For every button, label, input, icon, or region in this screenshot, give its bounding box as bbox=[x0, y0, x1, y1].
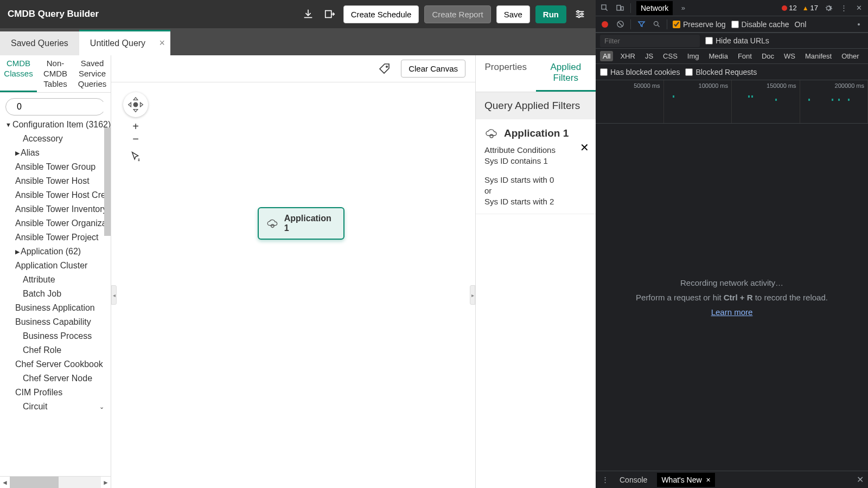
svg-point-1 bbox=[577, 11, 579, 13]
filter-type[interactable]: CSS bbox=[660, 51, 680, 61]
filter-type[interactable]: Doc bbox=[759, 51, 777, 61]
filter-type[interactable]: Other bbox=[839, 51, 862, 61]
canvas[interactable]: ◂ ▸ + − Application 1 bbox=[111, 82, 475, 488]
more-tabs-icon[interactable]: » bbox=[678, 3, 688, 13]
filter-type[interactable]: WS bbox=[781, 51, 798, 61]
sidebar-tab-cmdb-classes[interactable]: CMDB Classes bbox=[0, 55, 37, 92]
tag-icon[interactable] bbox=[378, 62, 391, 75]
zoom-in-button[interactable]: + bbox=[132, 120, 139, 133]
search-icon[interactable] bbox=[652, 20, 661, 29]
devtools-panel: Network » 12 ▲17 ⋮ ✕ Preserve log Disabl… bbox=[596, 0, 868, 488]
tree-item[interactable]: ▶Application (62) bbox=[0, 245, 111, 259]
collapse-left-icon[interactable]: ◂ bbox=[111, 285, 117, 305]
network-empty-state: Recording network activity… Perform a re… bbox=[596, 124, 868, 471]
tree-item[interactable]: Ansible Tower Inventory bbox=[0, 202, 111, 216]
kebab-menu-icon[interactable]: ⋮ bbox=[839, 3, 848, 13]
tree-item[interactable]: Ansible Tower Group bbox=[0, 160, 111, 174]
save-button[interactable]: Save bbox=[496, 5, 530, 23]
gear-icon[interactable] bbox=[824, 3, 833, 13]
sidebar-search[interactable] bbox=[5, 98, 105, 115]
tree-item[interactable]: Ansible Tower Project bbox=[0, 230, 111, 245]
tree-item[interactable]: Ansible Tower Host bbox=[0, 174, 111, 188]
tab-untitled-query[interactable]: Untitled Query × bbox=[79, 30, 170, 55]
record-icon[interactable] bbox=[600, 20, 610, 29]
filter-type[interactable]: Img bbox=[685, 51, 702, 61]
network-timeline[interactable]: 50000 ms 100000 ms 150000 ms 200000 ms bbox=[596, 80, 868, 124]
filter-type[interactable]: XHR bbox=[617, 51, 637, 61]
tree-item[interactable]: Chef Server Node bbox=[0, 371, 111, 386]
tree-item[interactable]: Circuit⌄ bbox=[0, 400, 111, 414]
clear-icon[interactable] bbox=[615, 20, 625, 29]
filter-type[interactable]: Media bbox=[706, 51, 730, 61]
query-tabstrip: Saved Queries Untitled Query × bbox=[0, 28, 596, 55]
scrollbar-thumb[interactable] bbox=[104, 127, 111, 236]
tree-item[interactable]: Application Cluster bbox=[0, 259, 111, 273]
close-filter-icon[interactable]: ✕ bbox=[580, 141, 589, 154]
left-sidebar: CMDB Classes Non-CMDB Tables Saved Servi… bbox=[0, 55, 111, 488]
search-input[interactable] bbox=[17, 102, 111, 112]
tree-item[interactable]: Chef Role bbox=[0, 343, 111, 357]
error-count[interactable]: 12 bbox=[782, 4, 796, 12]
tree-root[interactable]: ▼Configuration Item (3162) bbox=[0, 118, 111, 132]
tab-properties[interactable]: Properties bbox=[476, 55, 536, 92]
learn-more-link[interactable]: Learn more bbox=[711, 307, 753, 317]
tree-item[interactable]: Attribute bbox=[0, 273, 111, 287]
network-settings-icon[interactable] bbox=[854, 20, 864, 29]
cursor-tool-icon[interactable] bbox=[127, 149, 144, 165]
tree-item[interactable]: Ansible Tower Organization bbox=[0, 216, 111, 230]
preserve-log-checkbox[interactable]: Preserve log bbox=[673, 20, 726, 29]
has-blocked-cookies-checkbox[interactable]: Has blocked cookies bbox=[600, 68, 680, 76]
tree-item[interactable]: Batch Job bbox=[0, 287, 111, 301]
collapse-right-icon[interactable]: ▸ bbox=[470, 285, 475, 305]
blocked-requests-checkbox[interactable]: Blocked Requests bbox=[685, 68, 757, 76]
hide-data-urls-checkbox[interactable]: Hide data URLs bbox=[705, 36, 769, 45]
drawer-tab-console[interactable]: Console bbox=[615, 473, 652, 487]
throttling-label[interactable]: Onl bbox=[795, 20, 807, 29]
create-schedule-button[interactable]: Create Schedule bbox=[343, 5, 419, 23]
canvas-node-application[interactable]: Application 1 bbox=[258, 207, 344, 240]
filter-type[interactable]: Manifest bbox=[802, 51, 834, 61]
tree-item[interactable]: Chef Server Cookbook bbox=[0, 357, 111, 371]
inspect-element-icon[interactable] bbox=[600, 3, 610, 13]
tree-item[interactable]: Business Application bbox=[0, 301, 111, 315]
create-report-button: Create Report bbox=[424, 5, 490, 23]
disable-cache-checkbox[interactable]: Disable cache bbox=[731, 20, 789, 29]
tree-item[interactable]: Business Process bbox=[0, 329, 111, 343]
sidebar-tab-saved-service[interactable]: Saved Service Queries bbox=[74, 55, 111, 92]
device-toggle-icon[interactable] bbox=[615, 3, 625, 13]
tree-item[interactable]: ▶Alias bbox=[0, 146, 111, 160]
cloud-gear-icon bbox=[484, 127, 499, 140]
run-button[interactable]: Run bbox=[535, 5, 566, 23]
condition-text: Sys ID starts with 2 bbox=[484, 197, 587, 206]
chevron-down-icon[interactable]: ⌄ bbox=[99, 403, 104, 410]
horizontal-scrollbar[interactable]: ◄ ► bbox=[0, 476, 111, 488]
warning-count[interactable]: ▲17 bbox=[802, 4, 818, 12]
cloud-gear-icon bbox=[266, 217, 279, 229]
tab-saved-queries[interactable]: Saved Queries bbox=[0, 31, 79, 55]
tab-applied-filters[interactable]: Applied Filters bbox=[536, 55, 596, 92]
zoom-out-button[interactable]: − bbox=[132, 133, 139, 145]
tree-item[interactable]: CIM Profiles bbox=[0, 386, 111, 400]
close-devtools-icon[interactable]: ✕ bbox=[854, 3, 864, 13]
export-icon[interactable] bbox=[322, 6, 338, 22]
pan-tool[interactable] bbox=[123, 92, 148, 117]
close-drawer-icon[interactable]: ✕ bbox=[857, 474, 864, 485]
close-tab-icon[interactable]: × bbox=[159, 37, 165, 49]
filter-type[interactable]: All bbox=[600, 51, 613, 61]
tree-item[interactable]: Business Capability bbox=[0, 315, 111, 329]
filter-type-row: All XHR JS CSS Img Media Font Doc WS Man… bbox=[596, 49, 868, 64]
network-filter-input[interactable] bbox=[600, 35, 700, 47]
filter-icon[interactable] bbox=[636, 20, 646, 29]
settings-icon[interactable] bbox=[572, 6, 588, 22]
sidebar-tab-non-cmdb[interactable]: Non-CMDB Tables bbox=[37, 55, 74, 92]
tree-item[interactable]: Ansible Tower Host Credential bbox=[0, 188, 111, 202]
download-icon[interactable] bbox=[300, 6, 316, 22]
filter-type[interactable]: JS bbox=[642, 51, 656, 61]
drawer-tab-whats-new[interactable]: What's New × bbox=[657, 473, 714, 487]
devtools-tab-network[interactable]: Network bbox=[636, 1, 673, 15]
clear-canvas-button[interactable]: Clear Canvas bbox=[401, 60, 465, 78]
tree-item[interactable]: Accessory bbox=[0, 132, 111, 146]
drawer-menu-icon[interactable]: ⋮ bbox=[600, 475, 610, 485]
filter-type[interactable]: Font bbox=[735, 51, 755, 61]
class-tree[interactable]: ▼Configuration Item (3162) Accessory ▶Al… bbox=[0, 118, 111, 476]
